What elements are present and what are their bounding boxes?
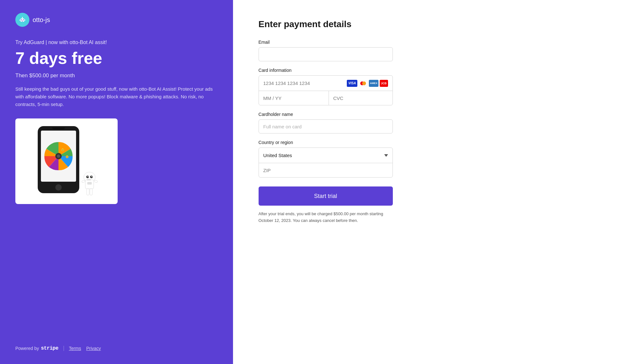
zip-input[interactable]	[259, 163, 393, 177]
country-select[interactable]: United States	[259, 148, 393, 163]
svg-rect-7	[19, 19, 20, 21]
svg-rect-8	[25, 19, 25, 21]
payment-title: Enter payment details	[259, 19, 612, 29]
jcb-icon: JCB	[380, 80, 388, 87]
promo-subtitle: Try AdGuard | now with otto-Bot AI assit…	[15, 40, 218, 45]
svg-point-11	[57, 155, 60, 158]
card-number-row: VISA AMEX JCB	[259, 76, 393, 91]
expiry-input[interactable]	[259, 91, 329, 105]
promo-headline: 7 days free	[15, 49, 218, 67]
left-panel: otto-js Try AdGuard | now with otto-Bot …	[0, 0, 233, 364]
product-image: 😊 😊	[15, 118, 118, 204]
email-label: Email	[259, 40, 612, 45]
logo-icon	[15, 13, 29, 27]
start-trial-button[interactable]: Start trial	[259, 186, 393, 206]
country-selected-text: United States	[263, 153, 384, 158]
svg-rect-20	[87, 179, 91, 180]
promo-price: Then $500.00 per month	[15, 72, 218, 79]
trial-note: After your trial ends, you will be charg…	[259, 211, 393, 224]
amex-icon: AMEX	[369, 80, 378, 87]
svg-rect-25	[94, 180, 97, 183]
svg-rect-24	[82, 180, 85, 183]
svg-rect-4	[22, 21, 23, 21]
card-info-label: Card information	[259, 68, 612, 73]
powered-by-text: Powered by stripe	[15, 345, 58, 351]
svg-point-3	[23, 19, 24, 20]
privacy-link[interactable]: Privacy	[86, 346, 101, 351]
cvc-input[interactable]	[333, 95, 393, 101]
card-info-container: VISA AMEX JCB	[259, 75, 393, 105]
cardholder-label: Cardholder name	[259, 112, 612, 117]
terms-link[interactable]: Terms	[69, 346, 81, 351]
chevron-down-icon	[384, 154, 388, 157]
svg-point-18	[88, 176, 89, 177]
cardholder-group: Cardholder name	[259, 112, 612, 133]
stripe-logo: stripe	[41, 345, 58, 351]
svg-point-6	[22, 17, 23, 18]
svg-rect-23	[90, 189, 92, 195]
visa-icon: VISA	[347, 80, 357, 87]
svg-rect-21	[87, 182, 92, 185]
footer-divider	[64, 346, 64, 351]
mastercard-icon	[359, 80, 368, 86]
card-bottom-row	[259, 91, 393, 105]
email-group: Email	[259, 40, 612, 61]
promo-description: Still keeping the bad guys out of your g…	[15, 85, 218, 108]
country-select-wrapper: United States	[259, 148, 393, 178]
svg-text:😊: 😊	[66, 155, 69, 158]
card-info-group: Card information VISA AMEX JCB	[259, 68, 612, 105]
svg-point-2	[21, 19, 22, 20]
country-label: Country or region	[259, 140, 612, 145]
svg-point-19	[91, 176, 92, 177]
cvc-row	[329, 91, 393, 105]
svg-text:😊: 😊	[61, 148, 64, 151]
cardholder-input[interactable]	[259, 119, 393, 133]
card-number-input[interactable]	[263, 80, 345, 86]
footer-area: Powered by stripe Terms Privacy	[15, 345, 218, 351]
logo-text: otto-js	[33, 16, 50, 24]
right-panel: Enter payment details Email Card informa…	[233, 0, 638, 364]
email-input[interactable]	[259, 47, 393, 61]
card-icons: VISA AMEX JCB	[347, 80, 388, 87]
logo-area: otto-js	[15, 13, 218, 27]
country-group: Country or region United States	[259, 140, 612, 178]
svg-rect-22	[87, 189, 89, 195]
